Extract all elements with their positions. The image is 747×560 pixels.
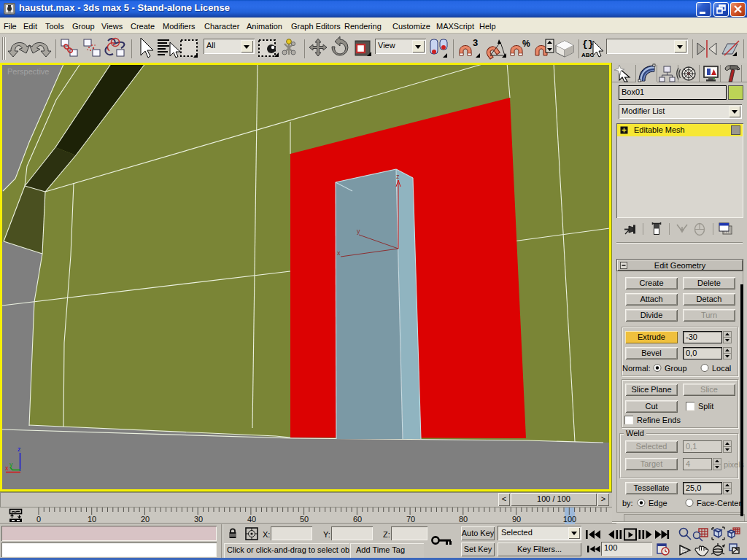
svg-text:x: x (337, 249, 341, 257)
svg-text:y: y (9, 461, 13, 468)
svg-text:80: 80 (459, 515, 468, 524)
svg-text:10: 10 (88, 515, 96, 524)
svg-text:100: 100 (563, 515, 576, 524)
svg-text:3: 3 (473, 37, 478, 48)
svg-text:50: 50 (300, 515, 309, 524)
svg-text:20: 20 (141, 515, 150, 524)
svg-text:z: z (396, 173, 400, 180)
svg-text:0: 0 (36, 515, 41, 524)
svg-text:x: x (5, 464, 9, 472)
svg-text:ABC: ABC (581, 52, 595, 58)
svg-text:y: y (357, 228, 360, 235)
svg-text:%: % (522, 39, 530, 49)
svg-text:40: 40 (247, 515, 256, 524)
svg-text:z: z (18, 446, 21, 453)
svg-text:{}: {} (582, 39, 594, 50)
svg-text:30: 30 (194, 515, 203, 524)
svg-text:60: 60 (353, 515, 362, 524)
svg-text:70: 70 (406, 515, 415, 524)
svg-text:90: 90 (512, 515, 521, 524)
svg-text:Perspective: Perspective (7, 67, 49, 76)
